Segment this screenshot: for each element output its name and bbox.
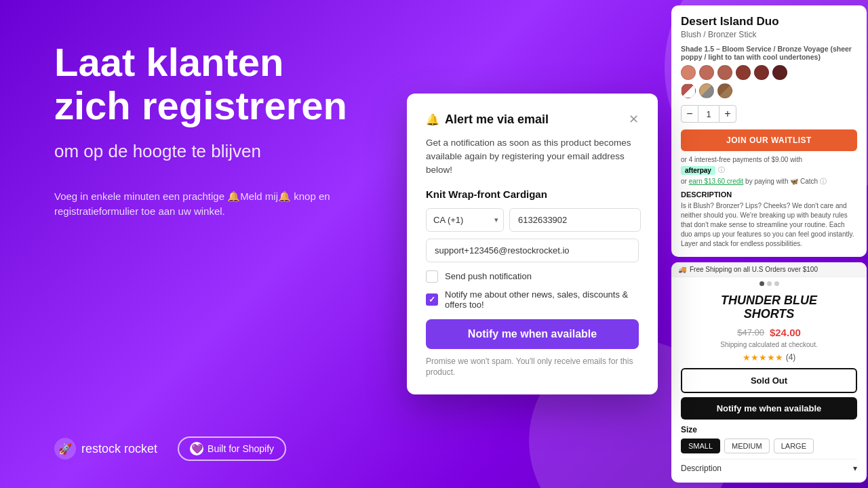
price-row: $47.00 $24.00 — [681, 327, 857, 338]
center-section: 🔔 Alert me via email ✕ Get a notificatio… — [393, 0, 671, 488]
color-swatches-row1 — [681, 65, 857, 80]
swatch-2[interactable] — [699, 65, 714, 80]
size-options: SMALL MEDIUM LARGE — [681, 439, 857, 453]
size-small-button[interactable]: SMALL — [681, 439, 720, 453]
color-swatches-row2 — [681, 83, 857, 98]
quantity-row: − 1 + — [681, 105, 857, 123]
right-section: Desert Island Duo Blush / Bronzer Stick … — [671, 0, 868, 488]
hero-content: Laat klanten zich registreren om op de h… — [54, 41, 359, 220]
shipping-note: Shipping calculated at checkout. — [681, 341, 857, 348]
product-top-subtitle: Blush / Bronzer Stick — [681, 30, 857, 39]
sold-out-button[interactable]: Sold Out — [681, 368, 857, 393]
main-layout: Laat klanten zich registreren om op de h… — [0, 0, 868, 488]
brand-logo: 🚀 restock rocket — [54, 438, 157, 460]
phone-number-input[interactable] — [509, 208, 641, 232]
payment-info: or 4 interest-free payments of $9.00 wit… — [681, 156, 857, 163]
alert-modal: 🔔 Alert me via email ✕ Get a notificatio… — [407, 94, 658, 394]
phone-country-wrapper: CA (+1) US (+1) UK (+44) — [426, 208, 504, 232]
original-price: $47.00 — [737, 327, 764, 338]
qty-decrease-button[interactable]: − — [681, 105, 698, 123]
catch-info-icon[interactable]: ⓘ — [820, 178, 827, 185]
truck-icon: 🚚 — [678, 266, 686, 273]
swatch-half-1[interactable] — [681, 83, 696, 98]
product-card-thunder-shorts: 🚚 Free Shipping on all U.S Orders over $… — [671, 262, 867, 483]
left-section: Laat klanten zich registreren om op de h… — [0, 0, 393, 488]
shipping-banner: 🚚 Free Shipping on all U.S Orders over $… — [671, 262, 867, 277]
swatch-3[interactable] — [717, 65, 732, 80]
catch-text: or — [681, 178, 689, 185]
phone-country-select[interactable]: CA (+1) US (+1) UK (+44) — [426, 208, 504, 232]
swatch-half-3[interactable] — [717, 83, 732, 98]
news-checkbox[interactable] — [426, 293, 438, 306]
catch-rest: by paying with 🦋 Catch — [745, 178, 818, 185]
shopify-badge-label: Built for Shopify — [208, 443, 274, 454]
modal-header: 🔔 Alert me via email ✕ — [426, 113, 639, 127]
size-medium-button[interactable]: MEDIUM — [724, 439, 770, 453]
dot-1[interactable] — [760, 281, 764, 286]
qty-value: 1 — [698, 105, 719, 123]
rocket-icon: 🚀 — [54, 438, 76, 460]
email-input[interactable] — [426, 239, 639, 262]
bell-icon: 🔔 — [426, 113, 439, 126]
afterpay-info-icon[interactable]: ⓘ — [718, 165, 725, 175]
star-rating: ★★★★★ — [743, 352, 783, 363]
shopify-heart-icon: 💜 — [190, 442, 203, 455]
shorts-title-line2: SHORTS — [744, 307, 795, 321]
payment-text: or 4 interest-free payments of $9.00 wit… — [681, 156, 802, 163]
product-card-desert-island: Desert Island Duo Blush / Bronzer Stick … — [671, 5, 867, 257]
hero-text: Laat klanten zich registreren om op de h… — [54, 41, 359, 162]
swatch-4[interactable] — [736, 65, 751, 80]
notify-button[interactable]: Notify me when available — [426, 319, 639, 349]
description-section: DESCRIPTION Is it Blush? Bronzer? Lips? … — [681, 190, 857, 249]
swatch-1[interactable] — [681, 65, 696, 80]
shorts-title-line1: THUNDER BLUE — [721, 293, 817, 307]
afterpay-badge: afterpay — [681, 166, 715, 175]
modal-title-text: Alert me via email — [445, 113, 549, 127]
hero-subheadline: om op de hoogte te blijven — [54, 141, 359, 162]
modal-description: Get a notification as soon as this produ… — [426, 136, 639, 178]
push-notification-checkbox[interactable] — [426, 270, 438, 283]
chevron-down-icon: ▾ — [853, 464, 857, 473]
swatch-5[interactable] — [754, 65, 769, 80]
dot-3[interactable] — [774, 281, 779, 286]
shopify-badge-button[interactable]: 💜 Built for Shopify — [178, 436, 286, 461]
carousel-dots — [671, 277, 867, 289]
swatch-6[interactable] — [772, 65, 787, 80]
desc-text: Is it Blush? Bronzer? Lips? Cheeks? We d… — [681, 201, 857, 249]
shorts-content: THUNDER BLUE SHORTS $47.00 $24.00 Shippi… — [671, 289, 867, 480]
bottom-bar: 🚀 restock rocket 💜 Built for Shopify — [54, 436, 359, 461]
qty-increase-button[interactable]: + — [719, 105, 736, 123]
promise-text: Promise we won't spam. You'll only recei… — [426, 356, 639, 379]
dot-2[interactable] — [767, 281, 772, 286]
news-checkbox-label: Notify me about other news, sales, disco… — [445, 289, 639, 310]
hero-body: Voeg in enkele minuten een prachtige 🔔Me… — [54, 189, 359, 220]
product-top-title: Desert Island Duo — [681, 15, 857, 28]
modal-title-group: 🔔 Alert me via email — [426, 113, 549, 127]
description-accordion[interactable]: Description ▾ — [681, 459, 857, 473]
review-count: (4) — [786, 352, 796, 362]
push-notification-row: Send push notification — [426, 270, 639, 283]
swatch-half-2[interactable] — [699, 83, 714, 98]
stars-row: ★★★★★ (4) — [681, 352, 857, 363]
desc-title: DESCRIPTION — [681, 190, 857, 199]
push-notification-label: Send push notification — [445, 271, 532, 281]
size-large-button[interactable]: LARGE — [774, 439, 814, 453]
shade-label: Shade 1.5 – Bloom Service / Bronze Voyag… — [681, 45, 857, 61]
size-label: Size — [681, 425, 857, 434]
catch-row: or earn $13.60 credit by paying with 🦋 C… — [681, 177, 857, 186]
hero-headline: Laat klanten zich registreren — [54, 41, 359, 127]
modal-product-name: Knit Wrap-front Cardigan — [426, 188, 639, 200]
description-label: Description — [681, 464, 722, 473]
notify-me-shorts-button[interactable]: Notify me when available — [681, 397, 857, 420]
phone-row: CA (+1) US (+1) UK (+44) — [426, 208, 639, 232]
shipping-text: Free Shipping on all U.S Orders over $10… — [690, 266, 818, 273]
catch-credit-link[interactable]: earn $13.60 credit — [689, 178, 744, 185]
shade-label-text: 1.5 – Bloom Service / Bronze Voyage (she… — [681, 45, 852, 61]
afterpay-row: afterpay ⓘ — [681, 165, 857, 175]
modal-close-button[interactable]: ✕ — [629, 113, 639, 125]
sale-price: $24.00 — [770, 327, 801, 338]
brand-name: restock rocket — [81, 442, 157, 456]
news-checkbox-row: Notify me about other news, sales, disco… — [426, 289, 639, 310]
shorts-title: THUNDER BLUE SHORTS — [681, 294, 857, 321]
waitlist-button[interactable]: JOIN OUR WAITLIST — [681, 129, 857, 151]
